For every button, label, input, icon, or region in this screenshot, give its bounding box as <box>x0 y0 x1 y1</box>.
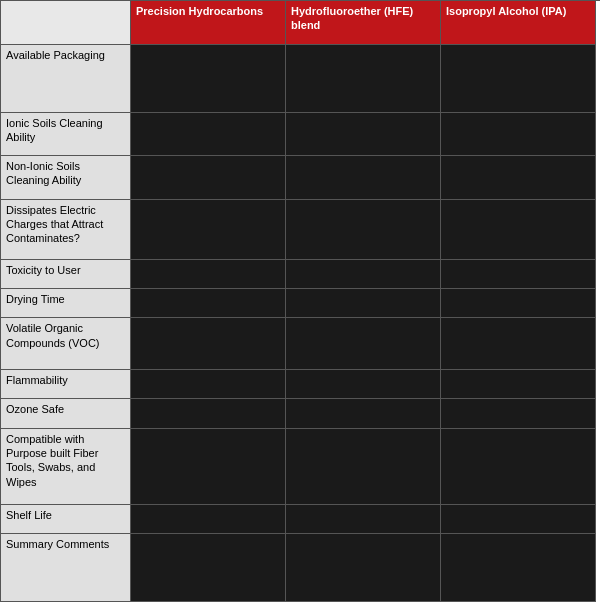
cell-drying-time-ipa <box>441 289 596 318</box>
cell-electric-charges-ipa <box>441 200 596 260</box>
cell-drying-time-hfe <box>286 289 441 318</box>
cell-flammability-hfe <box>286 370 441 399</box>
cell-available-packaging-hfe <box>286 45 441 113</box>
row-label-voc: Volatile Organic Compounds (VOC) <box>1 318 131 370</box>
row-label-ionic-soils: Ionic Soils Cleaning Ability <box>1 113 131 157</box>
cell-shelf-life-ph <box>131 505 286 534</box>
row-label-non-ionic-soils: Non-Ionic Soils Cleaning Ability <box>1 156 131 200</box>
cell-summary-hfe <box>286 534 441 602</box>
cell-ionic-soils-ph <box>131 113 286 157</box>
header-precision-hydrocarbons: Precision Hydrocarbons <box>131 1 286 45</box>
cell-ozone-safe-ipa <box>441 399 596 428</box>
cell-electric-charges-ph <box>131 200 286 260</box>
cell-available-packaging-ipa <box>441 45 596 113</box>
cell-summary-ph <box>131 534 286 602</box>
cell-toxicity-hfe <box>286 260 441 289</box>
cell-flammability-ipa <box>441 370 596 399</box>
cell-non-ionic-soils-ipa <box>441 156 596 200</box>
cell-non-ionic-soils-hfe <box>286 156 441 200</box>
cell-available-packaging-ph <box>131 45 286 113</box>
row-label-ozone-safe: Ozone Safe <box>1 399 131 428</box>
cell-voc-ipa <box>441 318 596 370</box>
cell-ozone-safe-hfe <box>286 399 441 428</box>
header-hfe-blend: Hydrofluoroether (HFE) blend <box>286 1 441 45</box>
cell-voc-hfe <box>286 318 441 370</box>
cell-toxicity-ipa <box>441 260 596 289</box>
cell-compatible-ph <box>131 429 286 505</box>
header-ipa: Isopropyl Alcohol (IPA) <box>441 1 596 45</box>
cell-shelf-life-ipa <box>441 505 596 534</box>
row-label-summary-comments: Summary Comments <box>1 534 131 602</box>
cell-ozone-safe-ph <box>131 399 286 428</box>
row-label-available-packaging: Available Packaging <box>1 45 131 113</box>
cell-summary-ipa <box>441 534 596 602</box>
cell-compatible-hfe <box>286 429 441 505</box>
cell-compatible-ipa <box>441 429 596 505</box>
header-spacer <box>1 1 131 45</box>
cell-non-ionic-soils-ph <box>131 156 286 200</box>
cell-flammability-ph <box>131 370 286 399</box>
row-label-drying-time: Drying Time <box>1 289 131 318</box>
cell-ionic-soils-hfe <box>286 113 441 157</box>
cell-shelf-life-hfe <box>286 505 441 534</box>
table-grid: Precision Hydrocarbons Hydrofluoroether … <box>0 0 600 602</box>
comparison-table: Precision Hydrocarbons Hydrofluoroether … <box>0 0 600 602</box>
row-label-electric-charges: Dissipates Electric Charges that Attract… <box>1 200 131 260</box>
cell-toxicity-ph <box>131 260 286 289</box>
row-label-compatible: Compatible with Purpose built Fiber Tool… <box>1 429 131 505</box>
cell-voc-ph <box>131 318 286 370</box>
cell-ionic-soils-ipa <box>441 113 596 157</box>
row-label-shelf-life: Shelf Life <box>1 505 131 534</box>
row-label-toxicity: Toxicity to User <box>1 260 131 289</box>
cell-drying-time-ph <box>131 289 286 318</box>
cell-electric-charges-hfe <box>286 200 441 260</box>
row-label-flammability: Flammability <box>1 370 131 399</box>
